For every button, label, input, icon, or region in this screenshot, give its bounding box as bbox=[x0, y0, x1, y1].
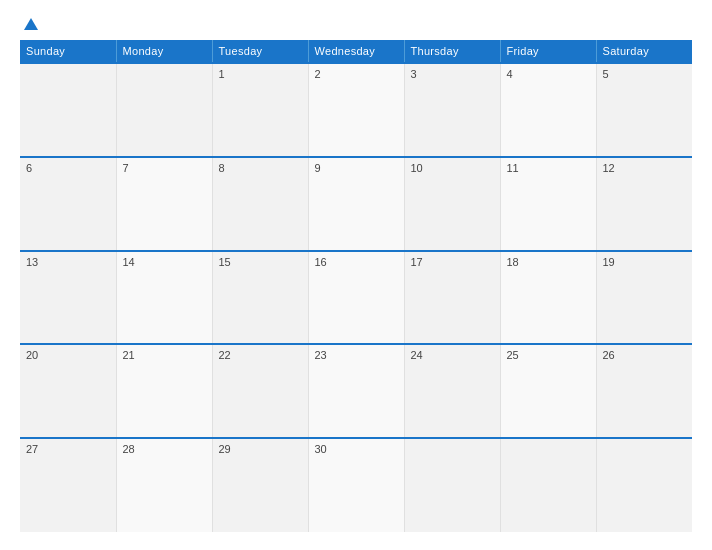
calendar-cell: 25 bbox=[500, 344, 596, 438]
day-number: 3 bbox=[411, 68, 417, 80]
calendar-cell: 6 bbox=[20, 157, 116, 251]
calendar-cell: 5 bbox=[596, 63, 692, 157]
day-number: 16 bbox=[315, 256, 327, 268]
day-number: 10 bbox=[411, 162, 423, 174]
day-number: 28 bbox=[123, 443, 135, 455]
day-number: 1 bbox=[219, 68, 225, 80]
day-number: 30 bbox=[315, 443, 327, 455]
logo-triangle-icon bbox=[24, 18, 38, 30]
header bbox=[20, 18, 692, 30]
calendar-cell: 3 bbox=[404, 63, 500, 157]
calendar-table: SundayMondayTuesdayWednesdayThursdayFrid… bbox=[20, 40, 692, 532]
calendar-cell: 8 bbox=[212, 157, 308, 251]
day-number: 8 bbox=[219, 162, 225, 174]
calendar-cell: 18 bbox=[500, 251, 596, 345]
day-number: 24 bbox=[411, 349, 423, 361]
calendar-cell: 24 bbox=[404, 344, 500, 438]
day-number: 19 bbox=[603, 256, 615, 268]
calendar-cell: 4 bbox=[500, 63, 596, 157]
calendar-cell: 15 bbox=[212, 251, 308, 345]
calendar-cell bbox=[116, 63, 212, 157]
day-number: 2 bbox=[315, 68, 321, 80]
day-number: 4 bbox=[507, 68, 513, 80]
day-number: 6 bbox=[26, 162, 32, 174]
calendar-cell: 16 bbox=[308, 251, 404, 345]
calendar-cell: 19 bbox=[596, 251, 692, 345]
calendar-cell: 27 bbox=[20, 438, 116, 532]
day-number: 7 bbox=[123, 162, 129, 174]
calendar-cell bbox=[596, 438, 692, 532]
calendar-cell bbox=[20, 63, 116, 157]
day-header-monday: Monday bbox=[116, 40, 212, 63]
day-header-thursday: Thursday bbox=[404, 40, 500, 63]
day-number: 21 bbox=[123, 349, 135, 361]
day-number: 18 bbox=[507, 256, 519, 268]
calendar-cell: 22 bbox=[212, 344, 308, 438]
day-header-tuesday: Tuesday bbox=[212, 40, 308, 63]
logo-blue-text bbox=[20, 18, 38, 30]
calendar-page: SundayMondayTuesdayWednesdayThursdayFrid… bbox=[0, 0, 712, 550]
day-number: 23 bbox=[315, 349, 327, 361]
calendar-cell: 20 bbox=[20, 344, 116, 438]
day-header-sunday: Sunday bbox=[20, 40, 116, 63]
day-number: 17 bbox=[411, 256, 423, 268]
calendar-cell: 7 bbox=[116, 157, 212, 251]
day-number: 5 bbox=[603, 68, 609, 80]
day-number: 27 bbox=[26, 443, 38, 455]
calendar-cell: 30 bbox=[308, 438, 404, 532]
calendar-cell: 12 bbox=[596, 157, 692, 251]
day-header-wednesday: Wednesday bbox=[308, 40, 404, 63]
calendar-cell bbox=[500, 438, 596, 532]
calendar-cell bbox=[404, 438, 500, 532]
day-number: 9 bbox=[315, 162, 321, 174]
day-number: 12 bbox=[603, 162, 615, 174]
day-number: 20 bbox=[26, 349, 38, 361]
calendar-cell: 17 bbox=[404, 251, 500, 345]
calendar-cell: 28 bbox=[116, 438, 212, 532]
calendar-cell: 11 bbox=[500, 157, 596, 251]
calendar-cell: 1 bbox=[212, 63, 308, 157]
week-row-4: 20212223242526 bbox=[20, 344, 692, 438]
calendar-cell: 23 bbox=[308, 344, 404, 438]
week-row-1: 12345 bbox=[20, 63, 692, 157]
day-header-saturday: Saturday bbox=[596, 40, 692, 63]
calendar-cell: 29 bbox=[212, 438, 308, 532]
calendar-cell: 10 bbox=[404, 157, 500, 251]
day-number: 11 bbox=[507, 162, 519, 174]
day-number: 13 bbox=[26, 256, 38, 268]
day-number: 15 bbox=[219, 256, 231, 268]
day-number: 14 bbox=[123, 256, 135, 268]
calendar-cell: 21 bbox=[116, 344, 212, 438]
logo bbox=[20, 18, 38, 30]
day-number: 25 bbox=[507, 349, 519, 361]
day-number: 29 bbox=[219, 443, 231, 455]
day-number: 26 bbox=[603, 349, 615, 361]
calendar-cell: 9 bbox=[308, 157, 404, 251]
day-number: 22 bbox=[219, 349, 231, 361]
week-row-5: 27282930 bbox=[20, 438, 692, 532]
days-header-row: SundayMondayTuesdayWednesdayThursdayFrid… bbox=[20, 40, 692, 63]
day-header-friday: Friday bbox=[500, 40, 596, 63]
week-row-2: 6789101112 bbox=[20, 157, 692, 251]
week-row-3: 13141516171819 bbox=[20, 251, 692, 345]
calendar-cell: 2 bbox=[308, 63, 404, 157]
calendar-cell: 14 bbox=[116, 251, 212, 345]
calendar-cell: 26 bbox=[596, 344, 692, 438]
calendar-cell: 13 bbox=[20, 251, 116, 345]
